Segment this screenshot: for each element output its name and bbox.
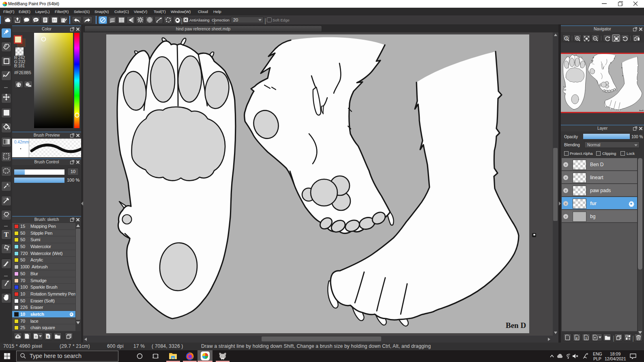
svg-text:S: S [47, 335, 49, 338]
svg-text:8: 8 [576, 336, 578, 340]
svg-text:1: 1 [565, 37, 567, 40]
svg-text:1: 1 [585, 336, 587, 340]
